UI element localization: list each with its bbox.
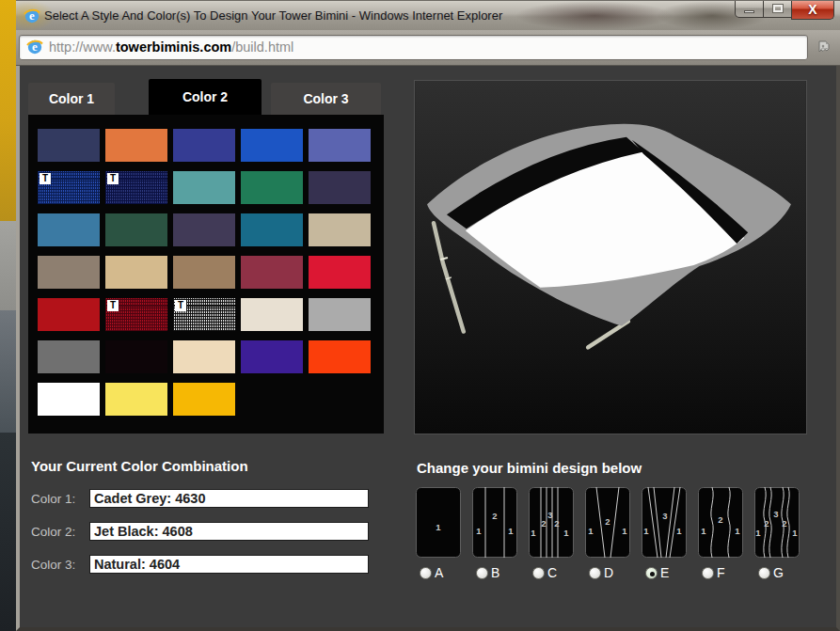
tab-color-1[interactable]: Color 1 bbox=[28, 83, 115, 115]
tweed-badge: T bbox=[107, 300, 119, 311]
color-swatch[interactable] bbox=[173, 383, 235, 416]
close-icon: X bbox=[808, 2, 816, 17]
color3-label: Color 3: bbox=[31, 558, 75, 572]
color-swatch[interactable] bbox=[309, 213, 371, 246]
address-input[interactable]: e http://www.towerbiminis.com/build.html bbox=[19, 35, 808, 60]
design-radio-label: F bbox=[717, 565, 725, 580]
design-thumbnail-d[interactable]: 121 bbox=[585, 487, 630, 558]
color-swatch[interactable] bbox=[173, 129, 235, 162]
designer-heading: Change your bimini design below bbox=[417, 460, 642, 476]
bimini-canopy-render bbox=[415, 81, 806, 434]
design-thumbnail-f[interactable]: 121 bbox=[698, 487, 743, 558]
minimize-button[interactable] bbox=[735, 0, 764, 18]
minimize-icon bbox=[744, 10, 754, 13]
color-swatch[interactable] bbox=[105, 340, 167, 373]
design-radio-label: G bbox=[773, 565, 784, 580]
tab-color-2[interactable]: Color 2 bbox=[149, 79, 262, 115]
color2-label: Color 2: bbox=[31, 525, 75, 539]
radio-circle[interactable] bbox=[758, 567, 770, 579]
color-swatch[interactable] bbox=[241, 298, 303, 331]
color-swatch[interactable]: T bbox=[105, 171, 167, 204]
design-thumbnail-a[interactable]: 1 bbox=[416, 487, 461, 558]
color-swatch[interactable] bbox=[38, 383, 100, 416]
svg-text:1: 1 bbox=[531, 528, 536, 538]
title-bar[interactable]: e Select A Style And Color(s) To Design … bbox=[16, 0, 840, 30]
color-swatch[interactable] bbox=[241, 256, 303, 289]
color-swatch[interactable] bbox=[38, 129, 100, 162]
svg-text:1: 1 bbox=[476, 526, 482, 536]
color-swatch[interactable] bbox=[105, 213, 167, 246]
radio-circle[interactable] bbox=[589, 567, 601, 579]
design-radio-a[interactable]: A bbox=[420, 565, 443, 580]
color-swatch[interactable] bbox=[241, 129, 303, 162]
svg-text:1: 1 bbox=[436, 522, 441, 532]
color1-value-field[interactable] bbox=[89, 489, 369, 508]
color-swatch[interactable] bbox=[173, 340, 235, 373]
color-swatch[interactable] bbox=[173, 256, 235, 289]
design-radio-g[interactable]: G bbox=[758, 565, 784, 580]
design-thumbnail-e[interactable]: 131 bbox=[642, 487, 687, 558]
color-swatch[interactable] bbox=[309, 298, 371, 331]
svg-text:2: 2 bbox=[554, 518, 559, 528]
svg-text:1: 1 bbox=[755, 528, 761, 538]
svg-text:3: 3 bbox=[662, 511, 667, 521]
color-swatch[interactable] bbox=[241, 213, 303, 246]
svg-text:2: 2 bbox=[541, 518, 546, 528]
svg-text:2: 2 bbox=[605, 516, 610, 527]
url-text: http://www.towerbiminis.com/build.html bbox=[49, 36, 293, 59]
color-swatch[interactable] bbox=[241, 171, 303, 204]
window-controls: X bbox=[735, 0, 834, 20]
color-swatch[interactable] bbox=[38, 213, 100, 246]
background-segment bbox=[0, 0, 16, 221]
design-thumbnail-c[interactable]: 12321 bbox=[529, 487, 574, 558]
close-button[interactable]: X bbox=[791, 0, 834, 20]
color-swatch[interactable] bbox=[309, 171, 371, 204]
color-swatch[interactable] bbox=[309, 340, 371, 373]
design-radio-f[interactable]: F bbox=[702, 565, 725, 580]
color-swatch[interactable] bbox=[105, 256, 167, 289]
color2-value-field[interactable] bbox=[89, 522, 369, 541]
radio-circle[interactable] bbox=[420, 567, 432, 579]
color-swatch-grid: TTTT bbox=[28, 115, 384, 434]
color-swatch[interactable] bbox=[38, 256, 100, 289]
maximize-button[interactable] bbox=[764, 0, 791, 18]
color-swatch[interactable] bbox=[173, 213, 235, 246]
combination-heading: Your Current Color Combination bbox=[31, 458, 248, 474]
design-thumbnail-g[interactable]: 12321 bbox=[754, 487, 800, 558]
design-radio-c[interactable]: C bbox=[532, 565, 557, 580]
tweed-badge: T bbox=[40, 173, 51, 184]
color-swatch[interactable] bbox=[309, 129, 371, 162]
color-swatch[interactable] bbox=[105, 383, 167, 416]
color1-label: Color 1: bbox=[31, 492, 75, 506]
tab-color-3[interactable]: Color 3 bbox=[271, 83, 381, 115]
color-swatch[interactable] bbox=[105, 129, 167, 162]
design-radio-e[interactable]: E bbox=[645, 565, 669, 580]
color-swatch[interactable] bbox=[173, 171, 235, 204]
color-swatch[interactable] bbox=[241, 340, 303, 373]
color3-value-field[interactable] bbox=[89, 555, 369, 574]
compatibility-view-icon[interactable] bbox=[816, 39, 832, 56]
color-swatch[interactable]: T bbox=[38, 171, 100, 204]
color-swatch[interactable] bbox=[38, 340, 100, 373]
design-radio-b[interactable]: B bbox=[476, 565, 499, 580]
design-radio-d[interactable]: D bbox=[589, 565, 613, 580]
design-radio-label: E bbox=[660, 565, 669, 580]
design-radio-label: C bbox=[547, 565, 557, 580]
radio-circle[interactable] bbox=[702, 567, 714, 579]
svg-text:2: 2 bbox=[764, 518, 769, 528]
color-swatch[interactable]: T bbox=[105, 298, 167, 331]
radio-circle[interactable] bbox=[476, 567, 488, 579]
color-swatch[interactable] bbox=[309, 256, 371, 289]
svg-text:1: 1 bbox=[735, 526, 740, 536]
design-thumbnail-b[interactable]: 121 bbox=[472, 487, 517, 558]
webpage-content: Color 1 Color 2 Color 3 TTTT bbox=[20, 66, 836, 627]
radio-circle[interactable] bbox=[532, 567, 545, 579]
color-swatch[interactable] bbox=[38, 298, 100, 331]
svg-text:1: 1 bbox=[792, 528, 798, 538]
tweed-badge: T bbox=[107, 173, 119, 184]
svg-text:1: 1 bbox=[622, 526, 627, 536]
svg-text:1: 1 bbox=[676, 526, 682, 536]
color-swatch[interactable]: T bbox=[173, 298, 235, 331]
design-radio-label: B bbox=[491, 565, 499, 580]
radio-circle[interactable] bbox=[645, 567, 658, 579]
